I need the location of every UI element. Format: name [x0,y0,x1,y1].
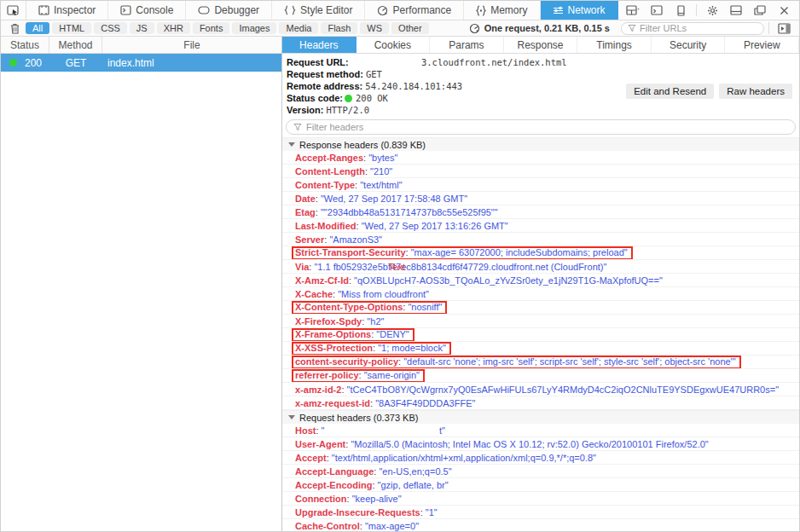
request-summary-text: One request, 0.21 KB, 0.15 s [484,23,610,33]
pick-element-button[interactable] [1,1,26,20]
settings-gear-button[interactable] [702,2,722,19]
har-panel-toggle-button[interactable] [774,20,794,37]
tab-inspector-label: Inspector [54,4,96,16]
filter-urls-input[interactable] [640,23,742,33]
header-row-annotated[interactable]: Strict-Transport-Security: "max-age= 630… [282,246,799,260]
header-row[interactable]: Accept: "text/html,application/xhtml+xml… [282,451,799,465]
header-row[interactable]: Server: "AmazonS3" [282,233,799,246]
request-url-label: Request URL: [287,57,349,67]
header-row-annotated[interactable]: X-Frame-Options: "DENY" [282,328,799,342]
header-row[interactable]: Via: "1.1 fb052932e5bf47ec8b8134cdf6f477… [282,260,799,274]
tab-preview[interactable]: Preview [725,37,799,53]
tab-params[interactable]: Params [430,37,504,53]
funnel-icon [628,24,636,32]
tab-cookies[interactable]: Cookies [357,37,431,53]
filter-fonts[interactable]: Fonts [193,22,230,34]
filter-css[interactable]: CSS [94,22,127,34]
filter-media[interactable]: Media [279,22,318,34]
twisty-icon [288,142,295,147]
close-icon[interactable] [774,2,794,19]
header-row[interactable]: x-amz-id-2: "tCeC4TbO8Y/QcWgrnx7yQ0EsAFw… [282,383,799,396]
red-annotation-box: X-XSS-Protection: "1; mode=block" [292,342,451,356]
header-row[interactable]: Host: " t" [282,424,799,437]
header-row[interactable]: X-Firefox-Spdy: "h2" [282,315,799,328]
tab-security[interactable]: Security [652,37,726,53]
red-annotation-box: referrer-policy: "same-origin" [292,369,425,383]
tab-inspector[interactable]: Inspector [26,1,108,20]
header-row[interactable]: Cache-Control: "max-age=0" [282,519,799,531]
tab-style-editor[interactable]: Style Editor [272,1,365,20]
tab-headers[interactable]: Headers [282,37,357,53]
tab-memory[interactable]: Memory [464,1,540,20]
header-row[interactable]: x-amz-request-id: "8A3F4F49DDDA3FFE" [282,396,799,410]
red-annotation-box: X-Content-Type-Options: "nosniff" [292,301,447,315]
performance-analysis-button[interactable]: One request, 0.21 KB, 0.15 s [469,23,610,34]
filter-urls-box[interactable] [621,22,764,35]
request-summary-block: Request URL: 3.cloudfront.net/index.html… [282,55,799,118]
tab-performance-label: Performance [392,4,451,16]
filter-images[interactable]: Images [232,22,276,34]
response-headers-section[interactable]: Response headers (0.839 KB) [282,137,799,151]
filter-headers-input[interactable] [306,122,788,132]
filter-flash[interactable]: Flash [321,22,357,34]
header-row[interactable]: Content-Type: "text/html" [282,178,799,192]
header-row-annotated[interactable]: X-Content-Type-Options: "nosniff" [282,301,799,315]
raw-headers-button[interactable]: Raw headers [719,84,792,99]
filter-all[interactable]: All [26,22,49,34]
responsive-mode-button[interactable] [670,2,691,19]
remote-address-value: 54.240.184.101:443 [365,81,462,91]
header-row[interactable]: Date: "Wed, 27 Sep 2017 17:58:48 GMT" [282,192,799,205]
header-row[interactable]: User-Agent: "Mozilla/5.0 (Macintosh; Int… [282,437,799,451]
header-row[interactable]: Last-Modified: "Wed, 27 Sep 2017 13:16:2… [282,219,799,233]
tab-debugger-label: Debugger [214,4,259,16]
request-headers-section[interactable]: Request headers (0.373 KB) [282,410,799,424]
filter-html[interactable]: HTML [52,22,91,34]
filter-headers-box[interactable] [286,119,796,135]
tab-response[interactable]: Response [504,37,578,53]
devtools-window: Inspector Console Debugger Style Editor … [0,0,800,532]
header-row[interactable]: Connection: "keep-alive" [282,492,799,506]
request-method-value: GET [366,69,382,79]
request-method: GET [49,57,102,69]
header-row[interactable]: X-Amz-Cf-Id: "qOXBLUpcH7-AOS3b_TQoALo_zY… [282,274,799,287]
column-file[interactable]: File [102,37,281,53]
separate-window-button[interactable] [750,2,770,19]
red-annotation-box: X-Frame-Options: "DENY" [292,328,414,342]
header-row[interactable]: Etag: ""2934dbb48a5131714737b8c55e525f95… [282,205,799,219]
header-row[interactable]: Accept-Ranges: "bytes" [282,151,799,165]
filter-js[interactable]: JS [130,22,154,34]
tab-console[interactable]: Console [108,1,186,20]
tab-timings[interactable]: Timings [577,37,652,53]
tab-performance[interactable]: Performance [365,1,464,20]
funnel-icon [293,123,302,131]
header-row[interactable]: X-Cache: "Miss from cloudfront" [282,287,799,301]
header-row-annotated[interactable]: X-XSS-Protection: "1; mode=block" [282,342,799,356]
clear-requests-button[interactable] [6,23,23,34]
request-status: 200 [17,57,49,69]
status-green-dot [345,95,352,102]
dock-side-button[interactable] [623,2,643,19]
request-list-header: Status Method File [1,37,281,54]
edit-and-resend-button[interactable]: Edit and Resend [626,84,714,99]
header-row-annotated[interactable]: content-security-policy: "default-src 'n… [282,356,799,369]
header-row[interactable]: Upgrade-Insecure-Requests: "1" [282,506,799,519]
header-row[interactable]: Content-Length: "210" [282,165,799,178]
split-console-button[interactable] [646,2,667,19]
header-row[interactable]: Accept-Encoding: "gzip, deflate, br" [282,478,799,492]
column-status[interactable]: Status [1,37,49,53]
request-row-selected[interactable]: 200 GET index.html [1,54,281,72]
filter-other[interactable]: Other [391,22,429,34]
dock-bottom-button[interactable] [726,2,746,19]
tab-network-label: Network [568,4,606,16]
header-row-annotated[interactable]: referrer-policy: "same-origin" [282,369,799,383]
tab-debugger[interactable]: Debugger [186,1,272,20]
filter-xhr[interactable]: XHR [157,22,190,34]
header-row[interactable]: Accept-Language: "en-US,en;q=0.5" [282,465,799,478]
status-ok-dot [9,59,17,66]
pick-element-icon [7,5,20,16]
detail-tab-bar: Headers Cookies Params Response Timings … [282,37,799,54]
tab-network[interactable]: Network [541,1,618,20]
style-editor-icon [284,5,296,15]
filter-ws[interactable]: WS [360,22,389,34]
column-method[interactable]: Method [49,37,102,53]
